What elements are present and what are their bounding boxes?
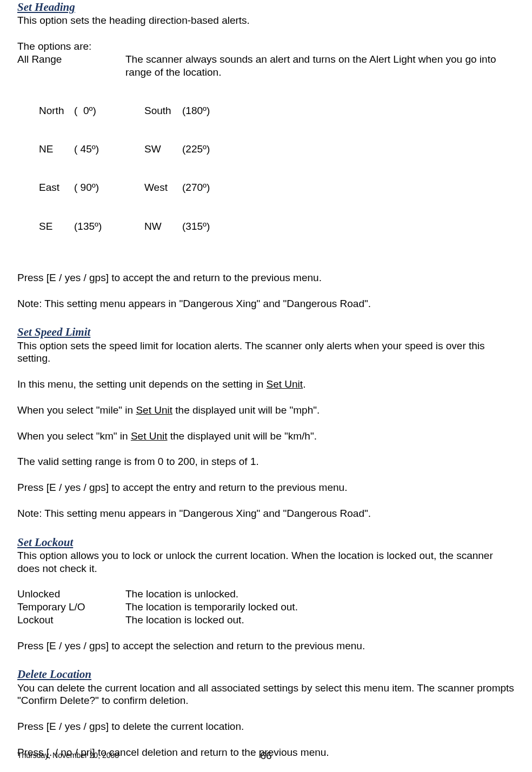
lockout-row-temp: Temporary L/O The location is temporaril… (17, 601, 515, 614)
text-part: the displayed unit will be "km/h". (168, 430, 317, 442)
text-speed-press: Press [E / yes / gps] to accept the entr… (17, 481, 515, 494)
dir-cell: ( 90º) (74, 181, 144, 194)
dir-cell: North (39, 104, 74, 117)
dir-cell: (180º) (182, 104, 210, 117)
dir-cell: West (144, 181, 182, 194)
footer-date: Thursday, November 20, 2008 (17, 751, 119, 760)
dir-cell: NE (39, 143, 74, 156)
text-speed-intro: This option sets the speed limit for loc… (17, 340, 515, 365)
text-part: When you select "mile" in (17, 404, 136, 416)
link-set-unit: Set Unit (131, 430, 168, 442)
text-part: When you select "km" in (17, 430, 131, 442)
text-speed-note: Note: This setting menu appears in "Dang… (17, 507, 515, 520)
text-set-heading-note: Note: This setting menu appears in "Dang… (17, 297, 515, 310)
text-speed-depends: In this menu, the setting unit depends o… (17, 378, 515, 391)
footer-page-number: 66 (260, 749, 271, 762)
text-lockout-intro: This option allows you to lock or unlock… (17, 549, 515, 575)
text-set-heading-intro: This option sets the heading direction-b… (17, 14, 515, 27)
lockout-row-unlocked: Unlocked The location is unlocked. (17, 588, 515, 601)
text-all-range-desc: The scanner always sounds an alert and t… (125, 53, 515, 79)
lockout-label: Temporary L/O (17, 601, 125, 614)
label-all-range: All Range (17, 53, 125, 79)
text-speed-range: The valid setting range is from 0 to 200… (17, 455, 515, 468)
heading-set-speed-limit: Set Speed Limit (17, 325, 515, 339)
direction-table: North NE East SE ( 0º) ( 45º) ( 90º) (13… (17, 78, 515, 258)
heading-set-heading: Set Heading (17, 0, 515, 14)
text-delete-intro: You can delete the current location and … (17, 682, 515, 708)
lockout-label: Unlocked (17, 588, 125, 601)
lockout-desc: The location is unlocked. (125, 588, 238, 601)
text-part: In this menu, the setting unit depends o… (17, 378, 267, 390)
dir-cell: SW (144, 143, 182, 156)
text-options-are: The options are: (17, 40, 515, 53)
heading-delete-location: Delete Location (17, 667, 515, 681)
heading-set-lockout: Set Lockout (17, 535, 515, 549)
lockout-label: Lockout (17, 614, 125, 627)
dir-cell: (225º) (182, 143, 210, 156)
lockout-desc: The location is temporarily locked out. (125, 601, 298, 614)
dir-cell: ( 0º) (74, 104, 144, 117)
text-set-heading-press: Press [E / yes / gps] to accept the and … (17, 271, 515, 284)
dir-cell: SE (39, 220, 74, 233)
text-part: the displayed unit will be "mph". (172, 404, 320, 416)
lockout-desc: The location is locked out. (125, 614, 244, 627)
dir-cell: (135º) (74, 220, 144, 233)
link-set-unit: Set Unit (136, 404, 172, 416)
lockout-row-lock: Lockout The location is locked out. (17, 614, 515, 627)
dir-cell: ( 45º) (74, 143, 144, 156)
dir-cell: South (144, 104, 182, 117)
dir-cell: (270º) (182, 181, 210, 194)
page-footer: Thursday, November 20, 2008 66 (17, 748, 515, 761)
text-part: . (303, 378, 305, 390)
text-speed-mile: When you select "mile" in Set Unit the d… (17, 404, 515, 417)
text-speed-km: When you select "km" in Set Unit the dis… (17, 430, 515, 443)
link-set-unit: Set Unit (267, 378, 303, 390)
dir-cell: (315º) (182, 220, 210, 233)
dir-cell: East (39, 181, 74, 194)
text-lockout-press: Press [E / yes / gps] to accept the sele… (17, 640, 515, 653)
text-delete-yes: Press [E / yes / gps] to delete the curr… (17, 720, 515, 733)
dir-cell: NW (144, 220, 182, 233)
